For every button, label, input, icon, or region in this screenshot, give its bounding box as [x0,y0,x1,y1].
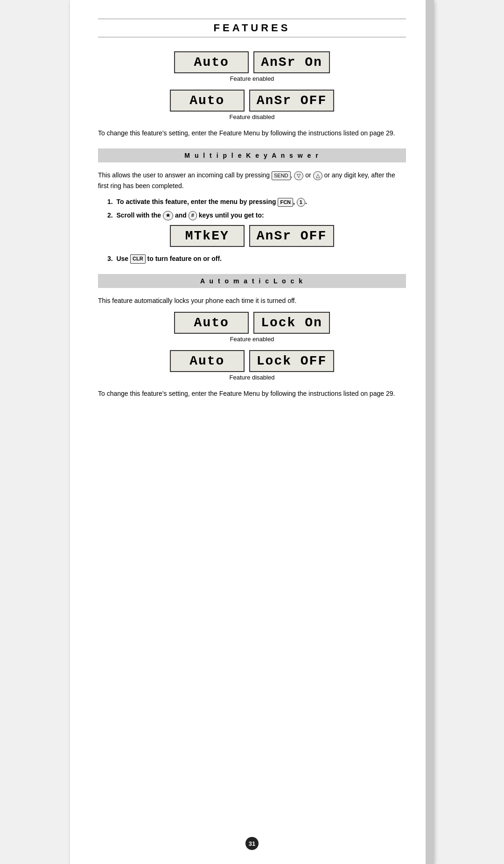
lcd-lock-off-left: Auto [170,350,245,372]
one-key-badge: 1 [297,198,305,207]
lcd-row-auto-answer-on: Auto AnSr On [98,51,406,73]
multiple-key-description: This allows the user to answer an incomi… [98,170,406,191]
intro-text-1: To change this feature’s setting, enter … [98,128,406,138]
outro-text: To change this feature’s setting, enter … [98,388,406,399]
lcd-mkey-right: AnSr OFF [249,225,334,247]
lcd-auto-on-right: AnSr On [253,51,330,73]
feature-disabled-label-1: Feature disabled [98,113,406,120]
lcd-row-auto-answer-off: Auto AnSr OFF [98,90,406,112]
fcn-key-badge: FCN [278,198,293,207]
up-key-badge: △ [313,171,322,181]
page-number: 31 [245,837,259,850]
step-3-container: 3. Use CLR to turn feature on or off. [107,253,406,264]
down-key-badge: ▽ [294,171,303,181]
lcd-row-mkey: MTkEY AnSr OFF [98,225,406,247]
lcd-auto-off-left: Auto [170,90,245,112]
lcd-auto-off-right: AnSr OFF [249,90,334,112]
section-header-auto-lock: A u t o m a t i c L o c k [98,274,406,288]
lcd-mkey-left: MTkEY [170,225,245,247]
feature-enabled-label-1: Feature enabled [98,75,406,82]
send-key-badge: SEND [272,171,291,181]
step-2: 2. Scroll with the ★ and # keys until yo… [107,210,406,220]
page-container: FEATURES Auto AnSr On Feature enabled Au… [70,0,434,864]
lcd-lock-on-left: Auto [174,312,249,334]
step-3: 3. Use CLR to turn feature on or off. [107,253,406,264]
clr-key-badge: CLR [130,254,146,264]
step-1: 1. To activate this feature, enter the m… [107,197,406,207]
auto-lock-description: This feature automatically locks your ph… [98,295,406,306]
feature-enabled-label-2: Feature enabled [98,336,406,343]
page-title: FEATURES [98,19,406,37]
lcd-row-auto-lock-on: Auto Lock On [98,312,406,334]
lcd-auto-on-left: Auto [174,51,249,73]
steps-list: 1. To activate this feature, enter the m… [107,197,406,220]
star-key-badge: ★ [163,211,173,220]
lcd-lock-on-right: Lock On [253,312,330,334]
feature-disabled-label-2: Feature disabled [98,374,406,381]
section-header-multiple-key: M u l t i p l e K e y A n s w e r [98,148,406,162]
lcd-row-auto-lock-off: Auto Lock OFF [98,350,406,372]
lcd-lock-off-right: Lock OFF [249,350,334,372]
pound-key-badge: # [189,211,197,220]
